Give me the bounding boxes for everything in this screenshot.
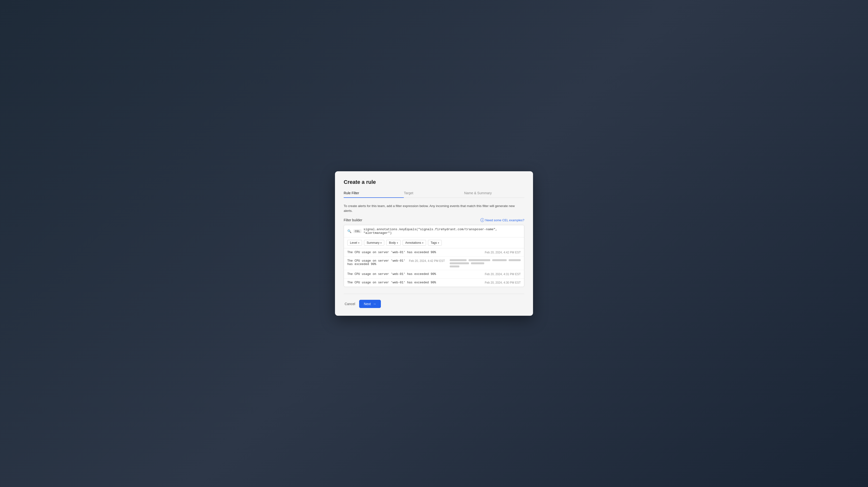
preview-block xyxy=(450,262,469,264)
result-date: Feb 20, 2024, 4:30 PM EST xyxy=(485,281,521,284)
filter-input-row: 🔍 CEL signal.annotations.keyEquals("sign… xyxy=(344,225,524,238)
annotations-chip[interactable]: Annotations ▾ xyxy=(403,240,426,246)
filter-builder-box: 🔍 CEL signal.annotations.keyEquals("sign… xyxy=(344,225,524,287)
description-text: To create alerts for this team, add a fi… xyxy=(344,204,524,214)
search-icon: 🔍 xyxy=(347,229,351,233)
level-chip[interactable]: Level ▾ xyxy=(347,240,362,246)
create-rule-modal: Create a rule Rule Filter Target Name & … xyxy=(335,171,533,316)
chevron-down-icon: ▾ xyxy=(358,242,360,244)
cancel-button[interactable]: Cancel xyxy=(344,300,356,308)
preview-block xyxy=(471,262,484,264)
tab-name-summary[interactable]: Name & Summary xyxy=(464,191,524,198)
chevron-down-icon: ▾ xyxy=(438,242,439,244)
result-preview xyxy=(450,259,521,267)
table-row[interactable]: The CPU usage on server 'web-01' has exc… xyxy=(344,270,524,278)
filter-expression[interactable]: signal.annotations.keyEquals("signals.fi… xyxy=(364,227,521,235)
preview-block xyxy=(508,259,521,261)
preview-line xyxy=(450,259,521,261)
preview-block xyxy=(450,266,459,267)
footer: Cancel Next → xyxy=(344,300,524,308)
cel-help-link[interactable]: i Need some CEL examples? xyxy=(480,218,524,222)
cel-badge: CEL xyxy=(353,229,362,233)
chevron-down-icon: ▾ xyxy=(380,242,381,244)
summary-chip[interactable]: Summary ▾ xyxy=(364,240,384,246)
tab-rule-filter[interactable]: Rule Filter xyxy=(344,191,404,198)
arrow-right-icon: → xyxy=(373,302,376,306)
result-date: Feb 20, 2024, 4:42 PM EST xyxy=(409,259,445,263)
tab-target[interactable]: Target xyxy=(404,191,464,198)
tab-bar: Rule Filter Target Name & Summary xyxy=(344,191,524,198)
chevron-down-icon: ▾ xyxy=(422,242,423,244)
filter-chips: Level ▾ Summary ▾ Body ▾ Annotations ▾ T… xyxy=(344,238,524,248)
tags-chip[interactable]: Tags ▾ xyxy=(428,240,442,246)
info-icon: i xyxy=(480,218,484,222)
result-message: The CPU usage on server 'web-01' has exc… xyxy=(347,273,485,276)
preview-line xyxy=(450,266,521,267)
filter-builder-label: Filter builder xyxy=(344,218,362,222)
body-chip[interactable]: Body ▾ xyxy=(386,240,401,246)
preview-line xyxy=(450,262,521,264)
result-message: The CPU usage on server 'web-01' has exc… xyxy=(347,251,485,254)
result-message: The CPU usage on server 'web-01' has exc… xyxy=(347,259,409,266)
preview-block xyxy=(468,259,490,261)
result-date: Feb 20, 2024, 4:31 PM EST xyxy=(485,273,521,276)
table-row[interactable]: The CPU usage on server 'web-01' has exc… xyxy=(344,278,524,287)
table-row[interactable]: The CPU usage on server 'web-01' has exc… xyxy=(344,257,524,270)
chevron-down-icon: ▾ xyxy=(397,242,398,244)
result-date: Feb 20, 2024, 4:42 PM EST xyxy=(485,251,521,254)
preview-block xyxy=(450,259,467,261)
filter-header: Filter builder i Need some CEL examples? xyxy=(344,218,524,222)
next-button[interactable]: Next → xyxy=(359,300,381,308)
table-row[interactable]: The CPU usage on server 'web-01' has exc… xyxy=(344,248,524,257)
modal-title: Create a rule xyxy=(344,179,524,185)
results-table: The CPU usage on server 'web-01' has exc… xyxy=(344,248,524,287)
result-message: The CPU usage on server 'web-01' has exc… xyxy=(347,281,485,284)
preview-block xyxy=(492,259,507,261)
